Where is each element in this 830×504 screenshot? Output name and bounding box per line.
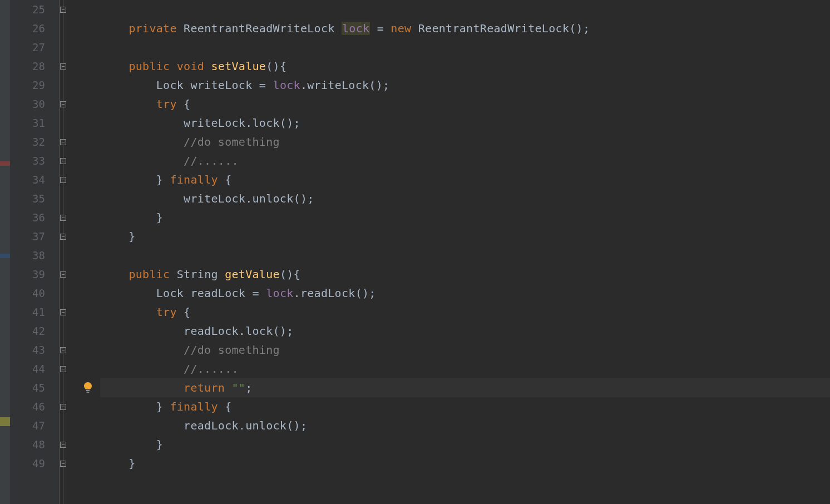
line-number[interactable]: 37 (10, 227, 58, 246)
fold-start-icon[interactable] (60, 271, 66, 278)
code-line[interactable]: } (100, 227, 830, 246)
code-token: writeLock.lock(); (101, 116, 300, 130)
fold-cell[interactable] (60, 340, 76, 359)
fold-cell[interactable] (60, 359, 76, 378)
code-line[interactable]: readLock.lock(); (100, 322, 830, 340)
code-line[interactable]: } finally { (100, 397, 830, 416)
line-number[interactable]: 45 (10, 378, 58, 397)
fold-start-icon[interactable] (60, 177, 66, 183)
line-number[interactable]: 25 (10, 0, 58, 19)
error-stripe-mark[interactable] (0, 422, 10, 426)
code-line[interactable]: return ""; (100, 378, 830, 397)
line-number[interactable]: 43 (10, 340, 58, 359)
line-number[interactable]: 34 (10, 170, 58, 189)
fold-cell[interactable] (60, 170, 76, 189)
line-number[interactable]: 44 (10, 359, 58, 378)
code-line[interactable]: try { (100, 303, 830, 322)
code-token (101, 135, 184, 149)
code-token: readLock.lock(); (101, 324, 294, 338)
fold-end-icon[interactable] (60, 442, 66, 448)
fold-cell[interactable] (60, 95, 76, 113)
fold-end-icon[interactable] (60, 461, 66, 467)
code-line[interactable]: try { (100, 95, 830, 113)
code-line[interactable]: readLock.unlock(); (100, 416, 830, 435)
code-line[interactable]: public void setValue(){ (100, 57, 830, 76)
line-number[interactable]: 31 (10, 113, 58, 132)
fold-cell[interactable] (60, 227, 76, 246)
bulb-cell[interactable] (76, 378, 100, 397)
line-number[interactable]: 33 (10, 151, 58, 170)
line-number[interactable]: 47 (10, 416, 58, 435)
fold-cell[interactable] (60, 132, 76, 151)
code-token: { (225, 400, 231, 413)
fold-end-icon[interactable] (60, 7, 66, 13)
line-number[interactable]: 28 (10, 57, 58, 76)
fold-cell[interactable] (60, 397, 76, 416)
code-token: "" (231, 381, 245, 394)
code-line[interactable]: writeLock.unlock(); (100, 189, 830, 208)
error-stripe-mark[interactable] (0, 417, 10, 422)
code-editor[interactable]: private ReentrantReadWriteLock lock = ne… (100, 0, 830, 504)
fold-start-icon[interactable] (60, 101, 66, 107)
line-number[interactable]: 42 (10, 322, 58, 340)
code-line[interactable] (100, 38, 830, 57)
fold-start-icon[interactable] (60, 347, 66, 353)
fold-cell (60, 322, 76, 340)
line-number[interactable]: 35 (10, 189, 58, 208)
fold-start-icon[interactable] (60, 139, 66, 145)
fold-start-icon[interactable] (60, 309, 66, 315)
bulb-cell (76, 57, 100, 76)
code-line[interactable]: } finally { (100, 170, 830, 189)
intention-bulb-icon[interactable] (82, 382, 93, 394)
line-number[interactable]: 32 (10, 132, 58, 151)
fold-cell[interactable] (60, 435, 76, 454)
line-number[interactable]: 29 (10, 76, 58, 95)
line-number[interactable]: 40 (10, 284, 58, 303)
fold-cell[interactable] (60, 0, 76, 19)
code-line[interactable]: } (100, 435, 830, 454)
line-number[interactable]: 38 (10, 246, 58, 265)
line-number[interactable]: 49 (10, 454, 58, 473)
fold-start-icon[interactable] (60, 404, 66, 410)
fold-end-icon[interactable] (60, 215, 66, 221)
code-token: lock (266, 286, 293, 300)
code-line[interactable]: } (100, 454, 830, 473)
line-number[interactable]: 27 (10, 38, 58, 57)
code-line[interactable]: //...... (100, 359, 830, 378)
line-number[interactable]: 30 (10, 95, 58, 113)
fold-end-icon[interactable] (60, 366, 66, 372)
code-line[interactable]: //do something (100, 340, 830, 359)
fold-cell[interactable] (60, 265, 76, 284)
code-line[interactable]: writeLock.lock(); (100, 113, 830, 132)
code-line[interactable] (100, 0, 830, 19)
line-number[interactable]: 26 (10, 19, 58, 38)
code-line[interactable]: private ReentrantReadWriteLock lock = ne… (100, 19, 830, 38)
fold-cell[interactable] (60, 151, 76, 170)
line-number[interactable]: 48 (10, 435, 58, 454)
fold-gutter[interactable] (59, 0, 76, 504)
code-token (101, 343, 184, 357)
line-number-gutter[interactable]: 2526272829303132333435363738394041424344… (10, 0, 59, 504)
error-stripe-mark[interactable] (0, 161, 10, 166)
code-line[interactable] (100, 246, 830, 265)
code-line[interactable]: Lock readLock = lock.readLock(); (100, 284, 830, 303)
code-line[interactable]: Lock writeLock = lock.writeLock(); (100, 76, 830, 95)
fold-cell[interactable] (60, 303, 76, 322)
code-line[interactable]: //do something (100, 132, 830, 151)
fold-end-icon[interactable] (60, 234, 66, 240)
fold-cell[interactable] (60, 208, 76, 227)
line-number[interactable]: 46 (10, 397, 58, 416)
fold-end-icon[interactable] (60, 158, 66, 164)
fold-cell[interactable] (60, 57, 76, 76)
error-stripe[interactable] (0, 0, 10, 504)
line-number[interactable]: 41 (10, 303, 58, 322)
fold-cell[interactable] (60, 454, 76, 473)
code-line[interactable]: } (100, 208, 830, 227)
code-token (101, 97, 156, 111)
error-stripe-mark[interactable] (0, 254, 10, 258)
code-line[interactable]: //...... (100, 151, 830, 170)
code-line[interactable]: public String getValue(){ (100, 265, 830, 284)
line-number[interactable]: 39 (10, 265, 58, 284)
fold-start-icon[interactable] (60, 63, 66, 70)
line-number[interactable]: 36 (10, 208, 58, 227)
